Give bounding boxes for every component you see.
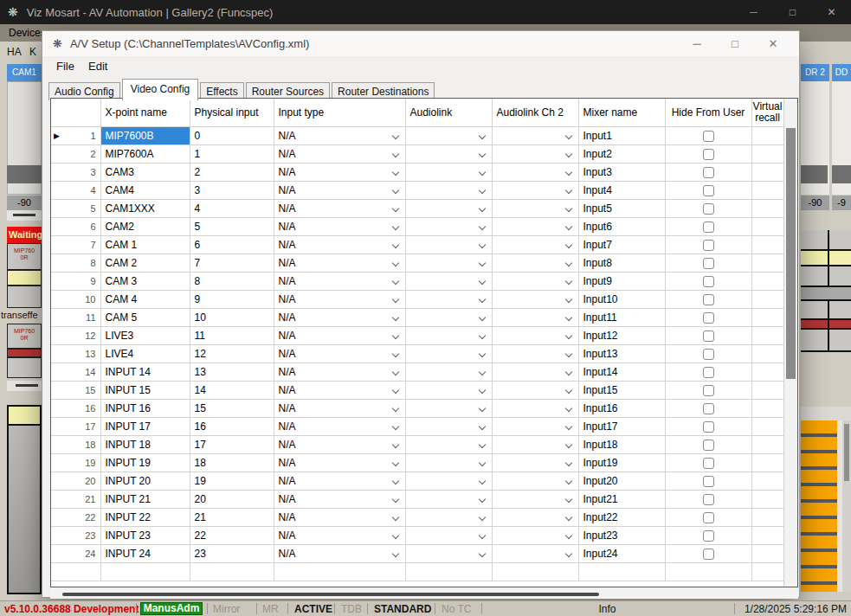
physical-input-cell[interactable]: 7 — [190, 253, 274, 272]
hide-from-user-checkbox[interactable] — [703, 330, 714, 342]
audiolink-cell[interactable] — [405, 126, 492, 144]
row-header[interactable]: 17 — [51, 417, 100, 435]
hide-from-user-cell[interactable] — [665, 344, 751, 363]
yellow-cell[interactable] — [7, 270, 42, 286]
fader-handle[interactable] — [13, 214, 35, 216]
xpoint-name-cell[interactable]: LIVE4 — [100, 344, 190, 363]
close-icon[interactable]: ✕ — [754, 31, 792, 56]
chevron-down-icon[interactable] — [564, 386, 571, 393]
row-header[interactable]: 18 — [51, 435, 100, 453]
hide-from-user-checkbox[interactable] — [703, 440, 714, 451]
table-row[interactable]: 4CAM43N/AInput4 — [51, 181, 783, 199]
audiolink-cell[interactable] — [405, 526, 492, 544]
audiolink-ch2-cell[interactable] — [492, 544, 578, 562]
audiolink-cell[interactable] — [405, 453, 492, 472]
audiolink-cell[interactable] — [405, 363, 492, 381]
shortcut-block[interactable] — [801, 420, 837, 433]
audiolink-cell[interactable] — [405, 508, 492, 526]
physical-input-cell[interactable]: 3 — [190, 181, 274, 199]
virtual-recall-cell[interactable] — [751, 472, 783, 490]
audiolink-cell[interactable] — [405, 344, 492, 363]
chevron-down-icon[interactable] — [391, 204, 398, 211]
audiolink-cell[interactable] — [405, 217, 492, 235]
shortcut-block[interactable] — [801, 536, 837, 549]
fader-track[interactable] — [7, 210, 42, 221]
xpoint-name-cell[interactable]: MIP7600A — [100, 144, 190, 163]
virtual-recall-cell[interactable] — [751, 526, 783, 544]
hide-from-user-cell[interactable] — [665, 163, 751, 181]
table-row[interactable]: 24INPUT 2423N/AInput24 — [51, 544, 783, 562]
audiolink-ch2-cell[interactable] — [492, 381, 578, 399]
hide-from-user-cell[interactable] — [665, 126, 751, 144]
physical-input-cell[interactable]: 15 — [190, 399, 274, 417]
input-type-cell[interactable]: N/A — [274, 526, 405, 544]
physical-input-cell[interactable]: 6 — [190, 235, 274, 253]
audiolink-cell[interactable] — [405, 290, 492, 308]
chevron-down-icon[interactable] — [564, 331, 571, 338]
input-type-cell[interactable]: N/A — [274, 435, 405, 453]
xpoint-name-cell[interactable]: INPUT 23 — [100, 526, 190, 544]
hide-from-user-cell[interactable] — [665, 144, 751, 163]
chevron-down-icon[interactable] — [564, 295, 571, 302]
chevron-down-icon[interactable] — [478, 204, 485, 211]
hide-from-user-checkbox[interactable] — [703, 367, 714, 378]
chevron-down-icon[interactable] — [391, 186, 398, 193]
row-header[interactable]: 3 — [51, 163, 100, 181]
gray-cell[interactable] — [7, 286, 42, 308]
chevron-down-icon[interactable] — [478, 331, 485, 338]
mixer-name-cell[interactable]: Input11 — [578, 308, 665, 326]
chevron-down-icon[interactable] — [564, 204, 571, 211]
row-header[interactable]: 5 — [51, 199, 100, 217]
table-row[interactable]: 22INPUT 2221N/AInput22 — [51, 508, 783, 526]
chevron-down-icon[interactable] — [391, 350, 398, 356]
column-header-virtual-recall[interactable]: Virtual recall — [751, 99, 783, 126]
mixer-name-cell[interactable]: Input7 — [578, 235, 665, 253]
xpoint-name-cell[interactable]: INPUT 19 — [100, 453, 190, 472]
chevron-down-icon[interactable] — [478, 513, 485, 520]
audiolink-cell[interactable] — [405, 399, 492, 417]
row-header[interactable]: 2 — [51, 144, 100, 163]
hide-from-user-cell[interactable] — [665, 453, 751, 472]
row-header[interactable]: 9 — [51, 272, 100, 290]
row-header[interactable]: 15 — [51, 381, 100, 399]
input-type-cell[interactable]: N/A — [274, 472, 405, 490]
chevron-down-icon[interactable] — [391, 549, 398, 556]
xpoint-name-cell[interactable]: INPUT 14 — [100, 363, 190, 381]
virtual-recall-cell[interactable] — [751, 417, 783, 435]
mixer-name-cell[interactable]: Input19 — [578, 453, 665, 472]
table-row[interactable]: 11CAM 510N/AInput11 — [51, 308, 783, 326]
mixer-name-cell[interactable]: Input17 — [578, 417, 665, 435]
audiolink-ch2-cell[interactable] — [492, 144, 578, 163]
hide-from-user-cell[interactable] — [665, 253, 751, 272]
hide-from-user-checkbox[interactable] — [703, 476, 714, 487]
virtual-recall-cell[interactable] — [751, 344, 783, 363]
chevron-down-icon[interactable] — [391, 386, 398, 393]
gray-cell[interactable] — [7, 357, 42, 378]
physical-input-cell[interactable]: 1 — [190, 144, 274, 163]
physical-input-cell[interactable]: 8 — [190, 272, 274, 290]
mixer-name-cell[interactable]: Input4 — [578, 181, 665, 199]
chevron-down-icon[interactable] — [564, 531, 571, 538]
audiolink-ch2-cell[interactable] — [492, 217, 578, 235]
column-header-x-point-name[interactable]: X-point name — [100, 99, 190, 126]
physical-input-cell[interactable]: 18 — [190, 453, 274, 472]
chevron-down-icon[interactable] — [391, 368, 398, 375]
table-row[interactable]: 17INPUT 1716N/AInput17 — [51, 417, 783, 435]
hide-from-user-cell[interactable] — [665, 399, 751, 417]
audiolink-ch2-cell[interactable] — [492, 326, 578, 344]
physical-input-cell[interactable]: 22 — [190, 526, 274, 544]
chevron-down-icon[interactable] — [478, 259, 485, 266]
audiolink-cell[interactable] — [405, 326, 492, 344]
physical-input-cell[interactable]: 21 — [190, 508, 274, 526]
audiolink-cell[interactable] — [405, 144, 492, 163]
column-header-audiolink[interactable]: Audiolink — [405, 99, 492, 126]
input-type-cell[interactable]: N/A — [274, 235, 405, 253]
table-row[interactable]: 20INPUT 2019N/AInput20 — [51, 472, 783, 490]
xpoint-name-cell[interactable]: CAM 2 — [100, 253, 190, 272]
table-row[interactable]: 9CAM 38N/AInput9 — [51, 272, 783, 290]
hide-from-user-cell[interactable] — [665, 181, 751, 199]
input-type-cell[interactable]: N/A — [274, 326, 405, 344]
chevron-down-icon[interactable] — [391, 513, 398, 520]
chevron-down-icon[interactable] — [391, 531, 398, 538]
right-scrollbar-thumb[interactable] — [844, 424, 849, 481]
